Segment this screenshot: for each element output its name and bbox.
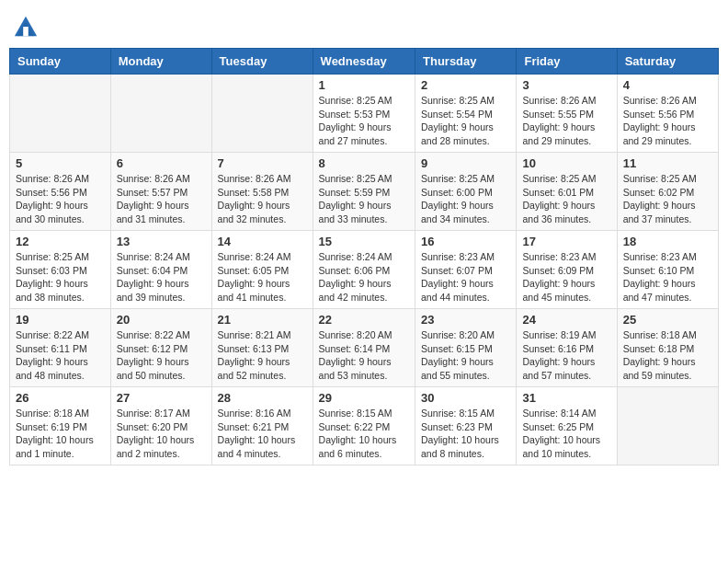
day-cell: 12Sunrise: 8:25 AM Sunset: 6:03 PM Dayli…	[10, 231, 111, 309]
day-info: Sunrise: 8:26 AM Sunset: 5:58 PM Dayligh…	[218, 172, 307, 226]
day-number: 20	[117, 313, 206, 327]
day-number: 30	[421, 391, 510, 405]
day-number: 2	[421, 78, 510, 92]
day-info: Sunrise: 8:25 AM Sunset: 6:03 PM Dayligh…	[16, 250, 105, 304]
calendar-header-row: SundayMondayTuesdayWednesdayThursdayFrid…	[10, 49, 719, 75]
day-info: Sunrise: 8:26 AM Sunset: 5:57 PM Dayligh…	[117, 172, 206, 226]
day-number: 26	[16, 391, 105, 405]
day-info: Sunrise: 8:26 AM Sunset: 5:55 PM Dayligh…	[522, 94, 610, 148]
logo-icon	[13, 15, 39, 40]
day-header-friday: Friday	[517, 49, 617, 75]
day-cell: 7Sunrise: 8:26 AM Sunset: 5:58 PM Daylig…	[211, 153, 313, 231]
week-row-2: 5Sunrise: 8:26 AM Sunset: 5:56 PM Daylig…	[10, 153, 719, 231]
day-info: Sunrise: 8:23 AM Sunset: 6:07 PM Dayligh…	[421, 250, 510, 304]
day-info: Sunrise: 8:17 AM Sunset: 6:20 PM Dayligh…	[117, 407, 206, 461]
week-row-3: 12Sunrise: 8:25 AM Sunset: 6:03 PM Dayli…	[10, 231, 719, 309]
day-info: Sunrise: 8:25 AM Sunset: 6:02 PM Dayligh…	[623, 172, 712, 226]
day-number: 17	[522, 235, 610, 248]
day-info: Sunrise: 8:15 AM Sunset: 6:23 PM Dayligh…	[421, 407, 510, 461]
svg-rect-2	[23, 27, 28, 36]
day-number: 29	[319, 391, 409, 405]
day-cell	[110, 75, 211, 153]
calendar: SundayMondayTuesdayWednesdayThursdayFrid…	[9, 48, 719, 465]
day-number: 14	[218, 235, 307, 248]
day-number: 7	[218, 156, 307, 170]
day-info: Sunrise: 8:23 AM Sunset: 6:10 PM Dayligh…	[623, 250, 712, 304]
day-number: 18	[623, 235, 712, 248]
day-number: 22	[319, 313, 409, 327]
day-cell	[10, 75, 111, 153]
day-cell: 9Sunrise: 8:25 AM Sunset: 6:00 PM Daylig…	[415, 153, 517, 231]
week-row-4: 19Sunrise: 8:22 AM Sunset: 6:11 PM Dayli…	[10, 309, 719, 387]
day-number: 3	[522, 78, 610, 92]
day-info: Sunrise: 8:22 AM Sunset: 6:12 PM Dayligh…	[117, 328, 206, 383]
day-cell: 5Sunrise: 8:26 AM Sunset: 5:56 PM Daylig…	[10, 153, 111, 231]
day-info: Sunrise: 8:25 AM Sunset: 6:00 PM Dayligh…	[421, 172, 510, 226]
day-info: Sunrise: 8:25 AM Sunset: 5:53 PM Dayligh…	[319, 94, 409, 148]
day-info: Sunrise: 8:23 AM Sunset: 6:09 PM Dayligh…	[522, 250, 610, 304]
day-info: Sunrise: 8:24 AM Sunset: 6:05 PM Dayligh…	[218, 250, 307, 304]
day-info: Sunrise: 8:26 AM Sunset: 5:56 PM Dayligh…	[16, 172, 105, 226]
day-header-tuesday: Tuesday	[211, 49, 313, 75]
day-cell: 27Sunrise: 8:17 AM Sunset: 6:20 PM Dayli…	[110, 387, 211, 465]
day-number: 9	[421, 156, 510, 170]
day-info: Sunrise: 8:20 AM Sunset: 6:14 PM Dayligh…	[319, 328, 409, 383]
header	[9, 9, 719, 40]
day-header-wednesday: Wednesday	[313, 49, 415, 75]
day-cell	[617, 387, 718, 465]
day-number: 12	[16, 235, 105, 248]
day-info: Sunrise: 8:20 AM Sunset: 6:15 PM Dayligh…	[421, 328, 510, 383]
day-cell: 1Sunrise: 8:25 AM Sunset: 5:53 PM Daylig…	[313, 75, 415, 153]
day-info: Sunrise: 8:25 AM Sunset: 6:01 PM Dayligh…	[522, 172, 610, 226]
day-cell: 21Sunrise: 8:21 AM Sunset: 6:13 PM Dayli…	[211, 309, 313, 387]
day-cell: 25Sunrise: 8:18 AM Sunset: 6:18 PM Dayli…	[617, 309, 718, 387]
logo	[13, 15, 40, 40]
day-cell: 10Sunrise: 8:25 AM Sunset: 6:01 PM Dayli…	[517, 153, 617, 231]
day-cell: 13Sunrise: 8:24 AM Sunset: 6:04 PM Dayli…	[110, 231, 211, 309]
day-cell: 19Sunrise: 8:22 AM Sunset: 6:11 PM Dayli…	[10, 309, 111, 387]
day-info: Sunrise: 8:24 AM Sunset: 6:06 PM Dayligh…	[319, 250, 409, 304]
day-cell: 26Sunrise: 8:18 AM Sunset: 6:19 PM Dayli…	[10, 387, 111, 465]
day-info: Sunrise: 8:21 AM Sunset: 6:13 PM Dayligh…	[218, 328, 307, 383]
day-number: 23	[421, 313, 510, 327]
day-number: 27	[117, 391, 206, 405]
day-cell: 20Sunrise: 8:22 AM Sunset: 6:12 PM Dayli…	[110, 309, 211, 387]
day-cell: 11Sunrise: 8:25 AM Sunset: 6:02 PM Dayli…	[617, 153, 718, 231]
day-info: Sunrise: 8:18 AM Sunset: 6:19 PM Dayligh…	[16, 407, 105, 461]
day-number: 25	[623, 313, 712, 327]
week-row-1: 1Sunrise: 8:25 AM Sunset: 5:53 PM Daylig…	[10, 75, 719, 153]
day-cell	[211, 75, 313, 153]
day-header-thursday: Thursday	[415, 49, 517, 75]
day-header-sunday: Sunday	[10, 49, 111, 75]
day-number: 31	[522, 391, 610, 405]
day-number: 6	[117, 156, 206, 170]
day-cell: 31Sunrise: 8:14 AM Sunset: 6:25 PM Dayli…	[517, 387, 617, 465]
day-cell: 28Sunrise: 8:16 AM Sunset: 6:21 PM Dayli…	[211, 387, 313, 465]
day-info: Sunrise: 8:19 AM Sunset: 6:16 PM Dayligh…	[522, 328, 610, 383]
day-info: Sunrise: 8:25 AM Sunset: 5:59 PM Dayligh…	[319, 172, 409, 226]
day-number: 13	[117, 235, 206, 248]
week-row-5: 26Sunrise: 8:18 AM Sunset: 6:19 PM Dayli…	[10, 387, 719, 465]
day-cell: 4Sunrise: 8:26 AM Sunset: 5:56 PM Daylig…	[617, 75, 718, 153]
day-number: 8	[319, 156, 409, 170]
day-number: 10	[522, 156, 610, 170]
day-info: Sunrise: 8:24 AM Sunset: 6:04 PM Dayligh…	[117, 250, 206, 304]
day-info: Sunrise: 8:14 AM Sunset: 6:25 PM Dayligh…	[522, 407, 610, 461]
day-cell: 22Sunrise: 8:20 AM Sunset: 6:14 PM Dayli…	[313, 309, 415, 387]
day-number: 11	[623, 156, 712, 170]
day-cell: 18Sunrise: 8:23 AM Sunset: 6:10 PM Dayli…	[617, 231, 718, 309]
day-cell: 23Sunrise: 8:20 AM Sunset: 6:15 PM Dayli…	[415, 309, 517, 387]
day-cell: 15Sunrise: 8:24 AM Sunset: 6:06 PM Dayli…	[313, 231, 415, 309]
day-number: 21	[218, 313, 307, 327]
day-cell: 2Sunrise: 8:25 AM Sunset: 5:54 PM Daylig…	[415, 75, 517, 153]
day-header-monday: Monday	[110, 49, 211, 75]
day-number: 19	[16, 313, 105, 327]
day-number: 28	[218, 391, 307, 405]
day-cell: 16Sunrise: 8:23 AM Sunset: 6:07 PM Dayli…	[415, 231, 517, 309]
day-cell: 6Sunrise: 8:26 AM Sunset: 5:57 PM Daylig…	[110, 153, 211, 231]
day-number: 1	[319, 78, 409, 92]
day-cell: 29Sunrise: 8:15 AM Sunset: 6:22 PM Dayli…	[313, 387, 415, 465]
day-cell: 17Sunrise: 8:23 AM Sunset: 6:09 PM Dayli…	[517, 231, 617, 309]
day-info: Sunrise: 8:25 AM Sunset: 5:54 PM Dayligh…	[421, 94, 510, 148]
day-number: 16	[421, 235, 510, 248]
